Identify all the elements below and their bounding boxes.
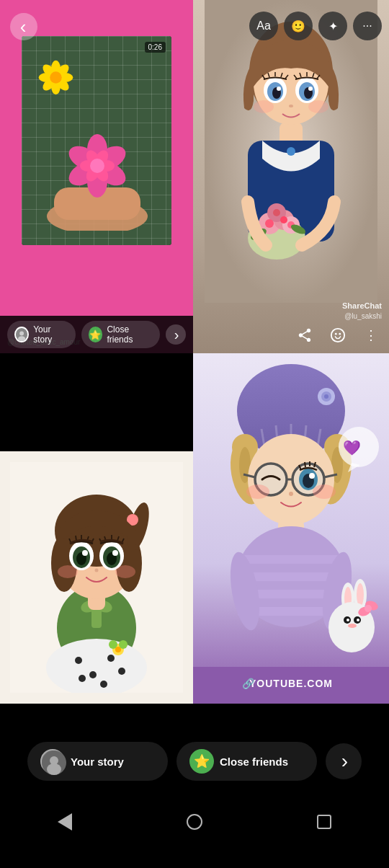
- yellow-flower-icon: [36, 58, 76, 97]
- more-options-button[interactable]: ···: [353, 12, 382, 40]
- middle-right-panel: YOUTUBE.COM 🔗: [193, 353, 389, 704]
- svg-point-24: [90, 159, 104, 173]
- sharechat-username: @lu_sakshi: [344, 312, 382, 320]
- svg-point-108: [58, 565, 78, 578]
- svg-point-74: [107, 655, 115, 662]
- svg-point-32: [287, 147, 295, 156]
- your-story-pill-top[interactable]: Your story: [7, 321, 76, 348]
- svg-point-149: [313, 484, 336, 499]
- svg-point-148: [246, 484, 269, 499]
- svg-point-75: [118, 668, 125, 675]
- close-friends-star-icon: ⭐: [189, 749, 214, 774]
- svg-point-62: [273, 209, 280, 216]
- next-arrow-button[interactable]: [326, 743, 362, 779]
- svg-point-109: [115, 565, 135, 578]
- sharechat-logo: ShareChat: [342, 301, 382, 310]
- svg-point-171: [365, 605, 372, 612]
- story-selector-bar: Your story ⭐ Close friends: [0, 316, 193, 353]
- close-friends-pill-top[interactable]: ⭐ Close friends: [81, 321, 161, 348]
- recents-nav-button[interactable]: [311, 809, 337, 835]
- svg-point-72: [75, 657, 82, 664]
- top-controls: Aa 🙂 ✦ ···: [200, 12, 382, 40]
- home-nav-button[interactable]: [182, 809, 207, 835]
- top-section: 0:26 @crafted_avec_amour Your story ⭐ Cl…: [0, 0, 389, 353]
- duration-badge: 0:26: [145, 42, 166, 53]
- close-friends-label: Close friends: [220, 756, 288, 768]
- your-story-label: Your story: [71, 756, 124, 768]
- svg-point-76: [79, 675, 86, 682]
- sticker-tool-button[interactable]: 🙂: [284, 12, 313, 40]
- svg-point-128: [324, 394, 328, 399]
- your-story-button[interactable]: Your story: [27, 742, 168, 781]
- svg-point-8: [50, 71, 62, 84]
- your-story-avatar: [40, 749, 65, 774]
- svg-point-61: [280, 216, 287, 223]
- cute-girl-left-illustration: [10, 462, 183, 693]
- svg-point-73: [89, 671, 97, 678]
- close-friends-button[interactable]: ⭐ Close friends: [176, 742, 317, 781]
- navigation-bar: [0, 790, 389, 868]
- back-button[interactable]: [10, 13, 37, 40]
- svg-point-40: [277, 87, 281, 91]
- svg-point-52: [289, 105, 293, 107]
- svg-point-77: [100, 681, 107, 688]
- svg-point-54: [308, 100, 328, 113]
- doll-background: [193, 0, 389, 353]
- svg-point-113: [115, 647, 121, 652]
- svg-point-177: [47, 763, 61, 775]
- svg-text:YOUTUBE.COM: YOUTUBE.COM: [249, 678, 333, 689]
- video-card: 0:26: [22, 36, 171, 245]
- svg-point-150: [289, 492, 293, 496]
- more-options-icon[interactable]: ⋮: [360, 324, 382, 346]
- share-icon[interactable]: [294, 324, 316, 346]
- right-panel: Aa 🙂 ✦ ··· ShareChat @lu_sakshi: [193, 0, 389, 353]
- svg-point-66: [331, 329, 344, 342]
- reactions-icon[interactable]: [327, 324, 349, 346]
- svg-point-95: [82, 550, 88, 556]
- close-friends-label-top: Close friends: [107, 324, 153, 345]
- back-nav-button[interactable]: [52, 809, 78, 835]
- your-story-pill-label-top: Your story: [33, 324, 68, 345]
- svg-point-41: [308, 87, 313, 91]
- middle-left-content: [0, 451, 193, 704]
- svg-point-67: [335, 333, 337, 335]
- svg-rect-153: [238, 555, 344, 564]
- middle-left-panel: [0, 353, 193, 704]
- svg-point-26: [19, 332, 24, 336]
- svg-point-96: [112, 550, 118, 556]
- your-story-avatar-top: [14, 327, 29, 342]
- text-tool-button[interactable]: Aa: [249, 12, 278, 40]
- svg-point-107: [95, 569, 99, 572]
- svg-point-143: [309, 473, 315, 479]
- svg-point-167: [357, 619, 359, 621]
- svg-line-145: [305, 462, 305, 467]
- close-friends-icon-top: ⭐: [89, 327, 103, 342]
- svg-point-168: [348, 624, 357, 628]
- left-panel: 0:26 @crafted_avec_amour Your story ⭐ Cl…: [0, 0, 193, 353]
- svg-point-166: [346, 619, 349, 621]
- bottom-action-bar: Your story ⭐ Close friends: [0, 732, 389, 790]
- middle-section: YOUTUBE.COM 🔗: [0, 353, 389, 704]
- svg-text:💜: 💜: [343, 439, 361, 456]
- right-bottom-icons: ⋮: [193, 324, 389, 346]
- purple-girl-illustration: YOUTUBE.COM 🔗: [193, 353, 389, 704]
- next-button-top[interactable]: [166, 324, 186, 345]
- svg-point-27: [18, 336, 25, 341]
- svg-text:🔗: 🔗: [242, 678, 255, 690]
- hands-illustration: [32, 115, 162, 231]
- svg-point-53: [254, 100, 274, 113]
- video-inner: 0:26: [22, 36, 171, 245]
- effects-tool-button[interactable]: ✦: [318, 12, 347, 40]
- svg-point-162: [357, 583, 364, 606]
- svg-point-68: [339, 333, 341, 335]
- doll-illustration: [205, 0, 377, 303]
- svg-point-60: [265, 219, 274, 228]
